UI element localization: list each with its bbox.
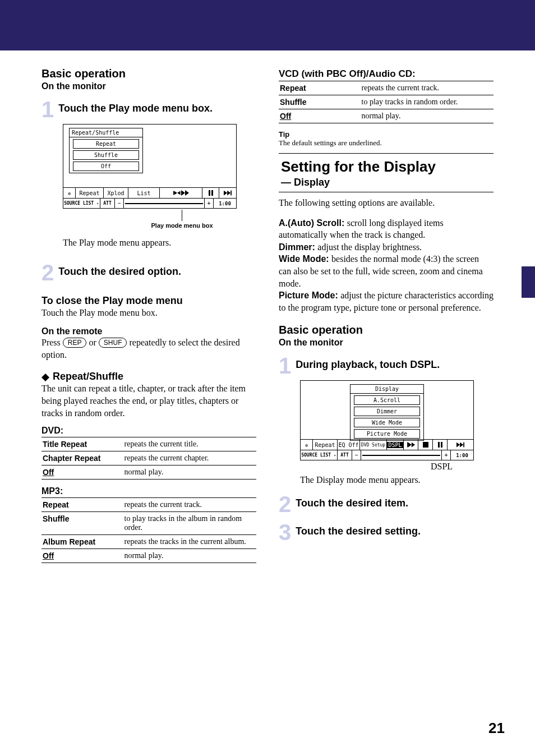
time-display: 1:00 xyxy=(451,450,473,460)
after-figure-text: The Play mode menu appears. xyxy=(63,237,256,249)
box-subtitle: — Display xyxy=(281,177,491,188)
tip-heading: Tip xyxy=(279,130,494,139)
key-title-repeat: Title Repeat xyxy=(41,437,123,451)
callout-label: Play mode menu box xyxy=(151,222,213,229)
svg-rect-0 xyxy=(173,191,174,195)
prev-track-icon xyxy=(160,188,202,198)
page-number: 21 xyxy=(488,720,505,737)
figure-left-monitor: Repeat/Shuffle Repeat Shuffle Off ✲ Repe… xyxy=(63,124,256,229)
next-track-icon xyxy=(219,188,236,198)
right-monitor: Display A.Scroll Dimmer Wide Mode Pictur… xyxy=(300,380,474,460)
toolbar-xplod: Xplod xyxy=(104,188,128,198)
remote-pre: Press xyxy=(41,338,63,347)
dimmer-key: Dimmer: xyxy=(279,242,317,252)
svg-marker-5 xyxy=(181,190,185,196)
monitor-top-area: Repeat/Shuffle Repeat Shuffle Off xyxy=(63,125,236,187)
val-off: normal play. xyxy=(123,465,256,480)
val-shuffle: to play tracks in the album in random or… xyxy=(123,512,256,535)
right-step-number-3: 3 xyxy=(279,522,291,542)
pause-icon xyxy=(202,188,219,198)
right-step-2-text: Touch the desired item. xyxy=(296,497,408,509)
time-display: 1:00 xyxy=(214,199,236,208)
key-shuffle: Shuffle xyxy=(41,512,123,535)
avail-text: The following setting options are availa… xyxy=(279,197,494,209)
toolbar-list: List xyxy=(128,188,160,198)
svg-marker-18 xyxy=(456,442,460,448)
table-title-vcd: VCD (with PBC Off)/Audio CD: xyxy=(279,68,494,81)
left-monitor: Repeat/Shuffle Repeat Shuffle Off ✲ Repe… xyxy=(63,124,237,209)
key-chapter-repeat: Chapter Repeat xyxy=(41,451,123,465)
step-number-2: 2 xyxy=(41,262,54,283)
wide-key: Wide Mode: xyxy=(279,254,331,264)
svg-marker-13 xyxy=(408,442,411,448)
heading-close-menu: To close the Play mode menu xyxy=(41,295,256,307)
minus-icon: − xyxy=(115,199,124,208)
side-tab xyxy=(522,266,535,298)
step-1-text: Touch the Play mode menu box. xyxy=(58,103,213,114)
table-row: Offnormal play. xyxy=(41,549,256,563)
vcd-table: Repeatrepeats the current track. Shuffle… xyxy=(279,81,494,123)
table-row: Offnormal play. xyxy=(279,109,494,123)
val-repeat: repeats the current track. xyxy=(123,498,256,512)
pic-key: Picture Mode: xyxy=(279,291,340,300)
step-2-row: 2 Touch the desired option. xyxy=(41,262,256,283)
right-step-number-2: 2 xyxy=(279,494,291,514)
subhead-on-monitor: On the monitor xyxy=(41,81,256,91)
right-step-2-row: 2 Touch the desired item. xyxy=(279,494,494,514)
right-step-1-row: 1 During playback, touch DSPL. xyxy=(279,356,494,376)
val-shuffle-vcd: to play tracks in random order. xyxy=(361,95,494,109)
keycap-rep: REP xyxy=(63,338,87,348)
source-list-button: SOURCE LIST ▹ xyxy=(63,199,100,208)
svg-rect-11 xyxy=(230,191,232,196)
svg-marker-1 xyxy=(174,191,177,195)
key-repeat: Repeat xyxy=(41,498,123,512)
dropdown-repeat-shuffle: Repeat/Shuffle Repeat Shuffle Off xyxy=(69,128,143,173)
key-off-vcd: Off xyxy=(279,109,361,123)
monitor-bottom-bar: SOURCE LIST ▹ ATT − + 1:00 xyxy=(63,198,236,208)
pause-icon xyxy=(433,440,448,450)
dropdown-item-shuffle: Shuffle xyxy=(73,150,139,160)
val-off-vcd: normal play. xyxy=(361,109,494,123)
table-row: Repeatrepeats the current track. xyxy=(41,498,256,512)
val-chapter-repeat: repeats the current chapter. xyxy=(123,451,256,465)
monitor-toolbar: ✲ Repeat Xplod List xyxy=(63,187,236,198)
remote-or: or xyxy=(86,338,98,347)
dropdown-item-ascroll: A.Scroll xyxy=(354,395,420,405)
table-row: Shuffleto play tracks in the album in ra… xyxy=(41,512,256,535)
dropdown-item-wide: Wide Mode xyxy=(354,418,420,427)
svg-rect-17 xyxy=(441,442,442,448)
table-row: Album Repeatrepeats the tracks in the cu… xyxy=(41,535,256,549)
figure-right-monitor: Display A.Scroll Dimmer Wide Mode Pictur… xyxy=(300,380,494,472)
svg-rect-7 xyxy=(209,190,210,196)
dvd-table: Title Repeatrepeats the current title. C… xyxy=(41,437,256,480)
display-options: A.(Auto) Scroll: scroll long displayed i… xyxy=(279,217,494,314)
dropdown-item-dimmer: Dimmer xyxy=(354,407,420,416)
gear-icon: ✲ xyxy=(301,440,313,450)
dimmer-val: adjust the display brightness. xyxy=(317,242,422,252)
repeat-shuffle-label: Repeat/Shuffle xyxy=(53,371,123,382)
heading-repeat-shuffle: Repeat/Shuffle xyxy=(41,371,256,382)
key-album-repeat: Album Repeat xyxy=(41,535,123,549)
att-button: ATT xyxy=(338,450,352,460)
box-title: Setting for the Display xyxy=(281,158,491,176)
scroll-key: A.(Auto) Scroll: xyxy=(279,218,347,228)
val-off-mp3: normal play. xyxy=(123,549,256,563)
table-row: Chapter Repeatrepeats the current chapte… xyxy=(41,451,256,465)
svg-marker-3 xyxy=(177,191,181,195)
table-title-mp3: MP3: xyxy=(41,486,256,498)
header-band xyxy=(0,0,535,50)
plus-icon: + xyxy=(442,450,451,460)
section-box-display: Setting for the Display — Display xyxy=(279,153,494,192)
gear-icon: ✲ xyxy=(63,188,76,198)
callout-label-dspl: DSPL xyxy=(431,462,453,472)
step-2-text: Touch the desired option. xyxy=(58,266,181,278)
left-column: Basic operation On the monitor 1 Touch t… xyxy=(41,67,256,722)
svg-marker-10 xyxy=(227,191,230,196)
step-1-row: 1 Touch the Play mode menu box. xyxy=(41,99,256,119)
right-monitor-bottom: SOURCE LIST ▹ ATT − + 1:00 xyxy=(301,450,473,460)
att-button: ATT xyxy=(100,199,115,208)
dropdown-item-picture: Picture Mode xyxy=(354,429,420,439)
key-off: Off xyxy=(41,465,123,480)
next-track-icon xyxy=(448,440,473,450)
key-repeat-vcd: Repeat xyxy=(279,81,361,95)
